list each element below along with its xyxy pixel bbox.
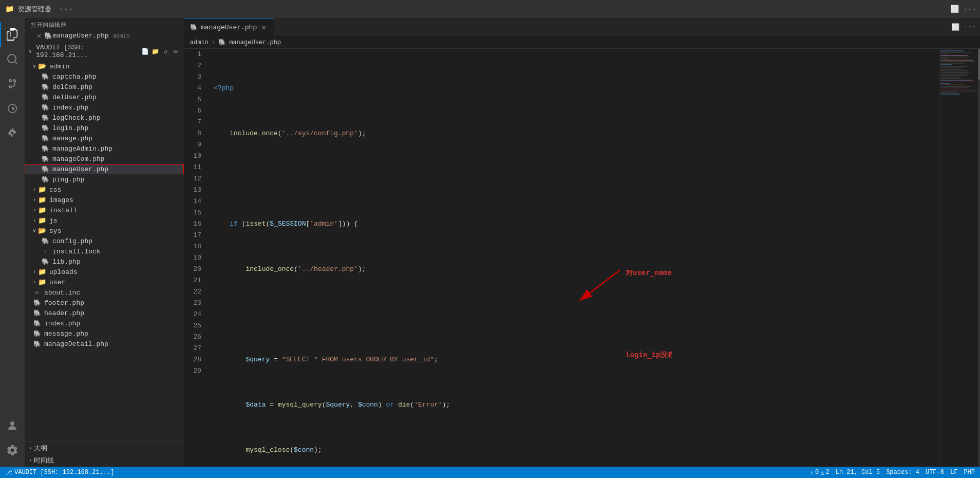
file-name: ping.php: [52, 176, 84, 183]
tab-manageuser[interactable]: 🐘 manageUser.php ✕: [184, 18, 274, 36]
tab-close-button[interactable]: ✕: [260, 23, 267, 32]
open-file-manage-user[interactable]: ✕ 🐘 manageUser.php admin: [25, 30, 184, 42]
folder-uploads[interactable]: › 📁 uploads: [25, 267, 184, 277]
title-bar-more[interactable]: ···: [59, 5, 73, 14]
outline-label: 大纲: [34, 444, 47, 453]
file-logcheck[interactable]: 🐘 logCheck.php: [25, 113, 184, 123]
file-header[interactable]: 🐘 header.php: [25, 308, 184, 318]
file-manage[interactable]: 🐘 manage.php: [25, 133, 184, 143]
folder-admin[interactable]: ∨ 📂 admin: [25, 61, 184, 71]
php-file-icon: 🐘: [44, 32, 52, 40]
sidebar: 打开的编辑器 ✕ 🐘 manageUser.php admin ∨ VAUDIT…: [25, 18, 184, 467]
vaudit-new-folder-btn[interactable]: 📁: [151, 47, 159, 56]
folder-label: css: [49, 186, 61, 194]
folder-images[interactable]: › 📁 images: [25, 195, 184, 205]
more-actions-button[interactable]: ···: [965, 4, 975, 14]
file-name: install.lock: [52, 248, 101, 255]
breadcrumb-admin[interactable]: admin: [190, 39, 209, 46]
split-editor-btn[interactable]: ⬜: [949, 21, 962, 33]
file-login[interactable]: 🐘 login.php: [25, 123, 184, 133]
folder-sys[interactable]: ∨ 📂 sys: [25, 226, 184, 236]
file-name: delUser.php: [52, 94, 97, 101]
file-about-inc[interactable]: ≡ about.inc: [25, 287, 184, 298]
outline-header[interactable]: › 大纲: [25, 442, 184, 454]
vaudit-new-file-btn[interactable]: 📄: [141, 47, 149, 56]
php-icon: 🐘: [33, 309, 41, 317]
php-icon: 🐘: [41, 144, 49, 153]
folder-label: images: [49, 196, 73, 204]
code-editor[interactable]: 12345 678910 1112131415 1617181920 21222…: [184, 49, 980, 467]
php-icon: 🐘: [33, 319, 41, 327]
file-message[interactable]: 🐘 message.php: [25, 328, 184, 339]
activity-explorer[interactable]: [0, 22, 25, 47]
file-footer[interactable]: 🐘 footer.php: [25, 298, 184, 308]
editor-area: 🐘 manageUser.php ✕ ⬜ ··· admin › 🐘 manag…: [184, 18, 980, 467]
file-install-lock[interactable]: ≡ install.lock: [25, 246, 184, 256]
status-lang[interactable]: PHP: [964, 469, 975, 476]
file-ping[interactable]: 🐘 ping.php: [25, 174, 184, 185]
folder-label: js: [49, 217, 58, 225]
code-line-8: $data = mysql_query($query, $conn) or di…: [214, 399, 935, 411]
folder-js[interactable]: › 📁 js: [25, 215, 184, 226]
file-name: header.php: [44, 309, 84, 317]
file-delcom[interactable]: 🐘 delCom.php: [25, 82, 184, 92]
php-icon: 🐘: [33, 340, 41, 348]
timeline-header[interactable]: › 时间线: [25, 454, 184, 467]
file-manageadmin[interactable]: 🐘 manageAdmin.php: [25, 143, 184, 154]
activity-search[interactable]: [0, 47, 25, 71]
vaudit-ssh-header[interactable]: ∨ VAUDIT [SSH: 192.168.21... 📄 📁 ↺ ⊟: [25, 42, 184, 61]
vaudit-collapse-all-btn[interactable]: ⊟: [172, 47, 180, 56]
file-deluser[interactable]: 🐘 delUser.php: [25, 92, 184, 102]
activity-run[interactable]: [0, 96, 25, 121]
folder-admin-label: admin: [49, 63, 69, 70]
php-icon: 🐘: [41, 175, 49, 183]
code-line-4: if (isset($_SESSION['admin'])) {: [214, 218, 935, 230]
activity-account[interactable]: [0, 413, 25, 438]
ssh-icon: ⎇: [5, 469, 12, 476]
timeline-section: › 时间线: [25, 454, 184, 467]
status-encoding[interactable]: UTF-8: [926, 469, 944, 476]
file-lib[interactable]: 🐘 lib.php: [25, 256, 184, 267]
folder-install[interactable]: › 📁 install: [25, 205, 184, 215]
svg-point-2: [10, 421, 14, 426]
file-name: footer.php: [44, 299, 84, 307]
code-line-2: include_once('../sys/config.php');: [214, 128, 935, 139]
vaudit-refresh-btn[interactable]: ↺: [161, 47, 169, 56]
more-tab-actions-btn[interactable]: ···: [964, 21, 976, 33]
folder-user[interactable]: › 📁 user: [25, 277, 184, 287]
file-config[interactable]: 🐘 config.php: [25, 236, 184, 246]
minimap-scrollbar-thumb[interactable]: [978, 49, 980, 80]
code-content[interactable]: <?php include_once('../sys/config.php');…: [210, 49, 939, 467]
activity-extensions[interactable]: [0, 121, 25, 145]
folder-admin-collapse-icon: ∨: [33, 63, 36, 69]
activity-settings[interactable]: [0, 438, 25, 463]
file-managecom[interactable]: 🐘 manageCom.php: [25, 154, 184, 164]
minimap-content: [939, 49, 980, 96]
status-ln-col[interactable]: Ln 21, Col 5: [836, 469, 880, 476]
activity-source-control[interactable]: [0, 71, 25, 96]
status-errors[interactable]: ⚠ 0 △ 2: [810, 469, 830, 476]
warning-icon: △: [820, 469, 824, 476]
file-name: index.php: [52, 104, 88, 112]
split-editor-button[interactable]: ⬜: [949, 4, 959, 14]
file-name: logCheck.php: [52, 114, 101, 122]
file-captcha[interactable]: 🐘 captcha.php: [25, 71, 184, 82]
lock-icon: ≡: [41, 247, 49, 255]
status-spaces[interactable]: Spaces: 4: [886, 469, 919, 476]
folder-label: user: [49, 279, 65, 286]
folder-icon: 📁: [38, 186, 46, 194]
php-icon: 🐘: [41, 237, 49, 245]
file-manageuser-selected[interactable]: 🐘 manageUser.php: [25, 164, 184, 174]
folder-css[interactable]: › 📁 css: [25, 185, 184, 195]
open-editors-header: 打开的编辑器: [25, 18, 184, 30]
breadcrumb-file[interactable]: manageUser.php: [229, 39, 281, 46]
file-name: captcha.php: [52, 73, 97, 81]
file-name: config.php: [52, 237, 92, 245]
status-ssh[interactable]: ⎇ VAUDIT [SSH: 192.168.21...]: [5, 469, 114, 476]
status-eol[interactable]: LF: [950, 469, 957, 476]
close-open-file-icon[interactable]: ✕: [37, 31, 41, 40]
file-index-admin[interactable]: 🐘 index.php: [25, 102, 184, 113]
file-managedetail[interactable]: 🐘 manageDetail.php: [25, 339, 184, 349]
file-index-root[interactable]: 🐘 index.php: [25, 318, 184, 328]
svg-point-0: [8, 54, 16, 63]
